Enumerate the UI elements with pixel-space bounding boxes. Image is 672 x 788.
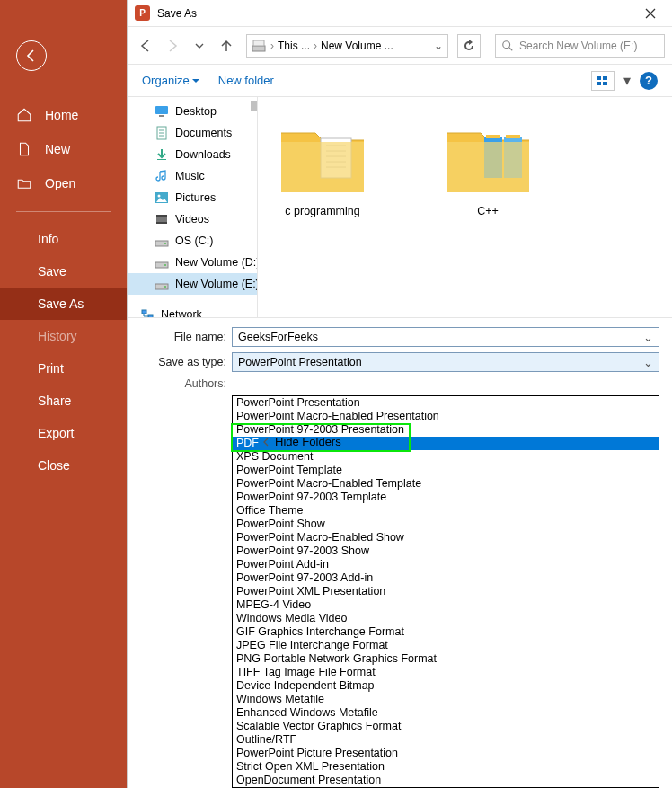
type-select[interactable]: PowerPoint Presentation ⌄ [232, 352, 659, 372]
nav-save-label: Save [38, 264, 66, 279]
dropdown-icon [191, 76, 200, 85]
type-option[interactable]: Device Independent Bitmap [233, 679, 659, 693]
type-option[interactable]: PowerPoint Template [233, 464, 659, 477]
up-nav[interactable] [216, 35, 237, 57]
type-label: Save as type: [140, 356, 226, 368]
svg-point-19 [164, 264, 166, 266]
filename-value: GeeksForFeeks [238, 331, 318, 343]
type-option[interactable]: OpenDocument Presentation [233, 774, 659, 787]
home-icon [16, 107, 32, 123]
type-option[interactable]: PowerPoint 97-2003 Show [233, 545, 659, 558]
folder-icon [441, 115, 535, 199]
svg-point-12 [158, 195, 161, 198]
crumb-1[interactable]: This ... [278, 40, 310, 52]
close-button[interactable] [636, 8, 665, 19]
drive-icon [155, 277, 169, 291]
svg-rect-6 [603, 82, 607, 85]
help-button[interactable]: ? [640, 72, 658, 90]
type-option[interactable]: PowerPoint Picture Presentation [233, 747, 659, 760]
scrollbar-thumb[interactable] [251, 101, 257, 111]
hide-folders-button[interactable]: Hide Folders [262, 435, 341, 448]
type-option[interactable]: PowerPoint Show [233, 518, 659, 531]
tree-item-label: Videos [175, 213, 209, 226]
type-option[interactable]: PowerPoint Macro-Enabled Presentation [233, 410, 659, 423]
type-option[interactable]: PowerPoint 97-2003 Add-in [233, 571, 659, 585]
tree-item[interactable]: Desktop [128, 101, 257, 122]
type-option[interactable]: Outline/RTF [233, 733, 659, 747]
search-icon [501, 40, 514, 52]
nav-save[interactable]: Save [0, 255, 127, 288]
svg-rect-28 [506, 135, 520, 138]
folder-item[interactable]: c programming [276, 115, 369, 217]
back-nav[interactable] [135, 35, 156, 57]
arrow-left-icon [138, 39, 153, 53]
back-button[interactable] [16, 40, 47, 71]
tree-item-label: Pictures [175, 191, 216, 204]
type-dropdown-list[interactable]: PowerPoint PresentationPowerPoint Macro-… [232, 395, 659, 788]
type-option[interactable]: GIF Graphics Interchange Format [233, 625, 659, 639]
type-option[interactable]: JPEG File Interchange Format [233, 639, 659, 652]
folder-label: C++ [477, 205, 499, 217]
drive-icon [155, 234, 169, 248]
nav-history-label: History [38, 329, 77, 343]
nav-share[interactable]: Share [0, 385, 127, 417]
nav-info[interactable]: Info [0, 223, 127, 255]
nav-history[interactable]: History [0, 320, 127, 352]
tree-item[interactable]: Pictures [128, 187, 257, 208]
tree-item[interactable]: New Volume (D:) [128, 252, 257, 273]
tree-item[interactable]: Documents [128, 122, 257, 144]
folder-view[interactable]: c programmingC++ [258, 97, 672, 317]
crumb-2[interactable]: New Volume ... [321, 40, 393, 52]
powerpoint-icon: P [135, 5, 150, 21]
nav-toolbar: › This ... › New Volume ... ⌄ Search New… [128, 27, 672, 65]
refresh-button[interactable] [457, 34, 481, 58]
type-option[interactable]: PowerPoint Add-in [233, 558, 659, 571]
chevron-down-icon[interactable]: ⌄ [643, 356, 653, 369]
nav-open[interactable]: Open [0, 166, 127, 200]
new-folder-button[interactable]: New folder [218, 74, 274, 87]
recent-dropdown[interactable] [189, 35, 210, 57]
svg-rect-0 [252, 46, 265, 51]
type-option[interactable]: TIFF Tag Image File Format [233, 666, 659, 679]
type-option[interactable]: Scalable Vector Graphics Format [233, 720, 659, 733]
organize-menu[interactable]: Organize [142, 74, 200, 87]
tree-item[interactable]: Music [128, 165, 257, 187]
hide-folders-label: Hide Folders [275, 435, 341, 448]
dropdown-icon[interactable]: ▾ [623, 72, 631, 89]
tree-item[interactable]: Network [128, 304, 257, 317]
search-input[interactable]: Search New Volume (E:) [495, 34, 665, 58]
type-option[interactable]: PNG Portable Network Graphics Format [233, 652, 659, 666]
type-option[interactable]: PowerPoint Presentation [233, 396, 659, 410]
type-option[interactable]: Strict Open XML Presentation [233, 760, 659, 774]
dialog-title: Save As [157, 7, 197, 20]
nav-new[interactable]: New [0, 132, 127, 166]
type-option[interactable]: PowerPoint Macro-Enabled Template [233, 477, 659, 491]
tree-item[interactable]: OS (C:) [128, 230, 257, 252]
chevron-down-icon[interactable]: ⌄ [643, 331, 653, 344]
nav-export[interactable]: Export [0, 417, 127, 449]
type-option[interactable]: Windows Metafile [233, 693, 659, 706]
tree-item[interactable]: Videos [128, 208, 257, 230]
nav-home-label: Home [45, 108, 78, 122]
nav-home[interactable]: Home [0, 98, 127, 132]
view-options[interactable] [591, 71, 615, 91]
type-option[interactable]: Windows Media Video [233, 612, 659, 625]
forward-nav[interactable] [162, 35, 183, 57]
tree-item[interactable]: New Volume (E:) [128, 273, 257, 295]
tree-item[interactable]: Downloads [128, 144, 257, 165]
type-option[interactable]: MPEG-4 Video [233, 598, 659, 612]
type-option[interactable]: PowerPoint XML Presentation [233, 585, 659, 598]
nav-saveas[interactable]: Save As [0, 288, 127, 320]
nav-close[interactable]: Close [0, 449, 127, 482]
filename-input[interactable]: GeeksForFeeks ⌄ [232, 327, 659, 347]
breadcrumb[interactable]: › This ... › New Volume ... ⌄ [246, 34, 448, 58]
type-option[interactable]: PowerPoint Macro-Enabled Show [233, 531, 659, 545]
folder-item[interactable]: C++ [441, 115, 535, 217]
nav-print[interactable]: Print [0, 352, 127, 385]
type-option[interactable]: Enhanced Windows Metafile [233, 706, 659, 720]
type-option[interactable]: PowerPoint 97-2003 Template [233, 491, 659, 504]
type-option[interactable]: Office Theme [233, 504, 659, 518]
type-option[interactable]: XPS Document [233, 450, 659, 464]
net-icon [140, 307, 155, 317]
chevron-down-icon[interactable]: ⌄ [429, 40, 447, 52]
